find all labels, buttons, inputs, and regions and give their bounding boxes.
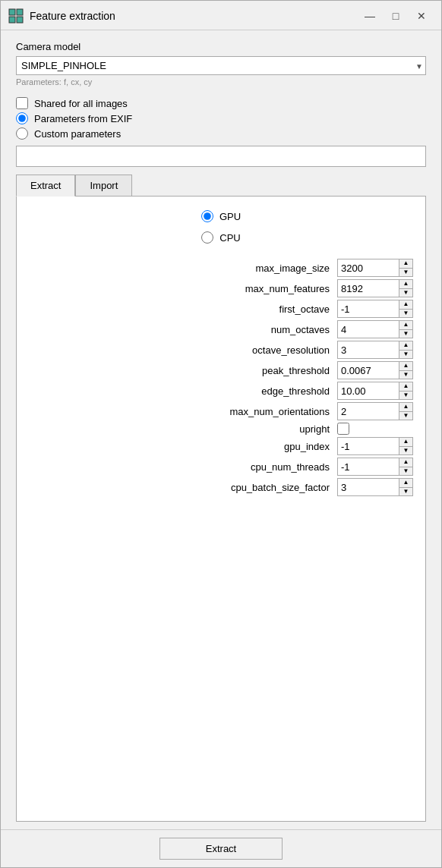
window-title: Feature extraction [30, 10, 352, 22]
tab-content-extract: GPU CPU max_image_size▲▼max_num_features… [16, 197, 426, 822]
window-controls: — □ ✕ [358, 7, 434, 25]
main-window: Feature extraction — □ ✕ Camera model SI… [0, 0, 442, 868]
param-label-first_octave: first_octave [29, 303, 333, 315]
spinbox-up-cpu_num_threads[interactable]: ▲ [399, 458, 412, 467]
param-label-cpu_batch_size_factor: cpu_batch_size_factor [29, 482, 333, 493]
title-bar: Feature extraction — □ ✕ [1, 1, 441, 30]
custom-params-label[interactable]: Custom parameters [34, 128, 121, 140]
param-label-max_image_size: max_image_size [29, 263, 333, 274]
spinbox-cpu_num_threads: ▲▼ [337, 458, 413, 476]
spinbox-input-octave_resolution[interactable] [338, 341, 399, 358]
cpu-radio[interactable] [201, 231, 213, 244]
cpu-label[interactable]: CPU [219, 232, 240, 244]
spinbox-up-octave_resolution[interactable]: ▲ [399, 341, 412, 351]
spinbox-input-first_octave[interactable] [338, 300, 399, 317]
param-label-cpu_num_threads: cpu_num_threads [29, 461, 333, 473]
spinbox-up-max_num_orientations[interactable]: ▲ [399, 403, 412, 412]
upright-checkbox[interactable] [337, 423, 349, 435]
spinbox-up-first_octave[interactable]: ▲ [399, 300, 412, 310]
params-exif-radio[interactable] [16, 112, 28, 124]
svg-rect-2 [9, 17, 15, 23]
spinbox-input-max_num_features[interactable] [338, 280, 399, 297]
spinbox-up-max_num_features[interactable]: ▲ [399, 280, 412, 289]
camera-model-section: Camera model SIMPLE_PINHOLEPINHOLESIMPLE… [16, 41, 426, 86]
spinbox-max_image_size: ▲▼ [337, 259, 413, 277]
custom-params-input[interactable] [16, 146, 426, 167]
spinbox-input-num_octaves[interactable] [338, 321, 399, 338]
maximize-button[interactable]: □ [384, 7, 408, 25]
app-icon [8, 8, 24, 24]
spinbox-down-peak_threshold[interactable]: ▼ [399, 371, 412, 379]
spinbox-gpu_index: ▲▼ [337, 437, 413, 455]
main-content: Camera model SIMPLE_PINHOLEPINHOLESIMPLE… [1, 30, 441, 829]
spinbox-input-peak_threshold[interactable] [338, 362, 399, 379]
params-hint: Parameters: f, cx, cy [16, 77, 426, 86]
extract-button[interactable]: Extract [159, 838, 283, 860]
params-grid: max_image_size▲▼max_num_features▲▼first_… [29, 259, 413, 496]
shared-images-section: Shared for all images Parameters from EX… [16, 94, 426, 167]
spinbox-up-max_image_size[interactable]: ▲ [399, 259, 412, 269]
spinbox-input-cpu_num_threads[interactable] [338, 458, 399, 475]
svg-rect-0 [9, 9, 15, 15]
spinbox-down-octave_resolution[interactable]: ▼ [399, 351, 412, 359]
spinbox-up-peak_threshold[interactable]: ▲ [399, 362, 412, 371]
spinbox-up-gpu_index[interactable]: ▲ [399, 438, 412, 447]
param-label-max_num_orientations: max_num_orientations [29, 406, 333, 417]
spinbox-down-num_octaves[interactable]: ▼ [399, 330, 412, 338]
gpu-label[interactable]: GPU [219, 211, 241, 222]
shared-all-images-checkbox[interactable] [16, 97, 28, 109]
tab-extract[interactable]: Extract [16, 175, 75, 197]
svg-rect-3 [17, 17, 23, 23]
spinbox-input-cpu_batch_size_factor[interactable] [338, 479, 399, 495]
spinbox-up-num_octaves[interactable]: ▲ [399, 321, 412, 330]
spinbox-down-cpu_batch_size_factor[interactable]: ▼ [399, 488, 412, 496]
param-label-edge_threshold: edge_threshold [29, 385, 333, 397]
spinbox-octave_resolution: ▲▼ [337, 341, 413, 359]
spinbox-max_num_orientations: ▲▼ [337, 402, 413, 420]
processing-unit-group: GPU CPU [29, 207, 413, 247]
param-label-peak_threshold: peak_threshold [29, 365, 333, 376]
custom-params-radio[interactable] [16, 127, 28, 140]
spinbox-peak_threshold: ▲▼ [337, 361, 413, 379]
camera-model-dropdown-container: SIMPLE_PINHOLEPINHOLESIMPLE_RADIALRADIAL… [16, 56, 426, 75]
spinbox-num_octaves: ▲▼ [337, 320, 413, 338]
close-button[interactable]: ✕ [409, 7, 434, 25]
spinbox-down-max_num_features[interactable]: ▼ [399, 289, 412, 297]
spinbox-down-max_image_size[interactable]: ▼ [399, 269, 412, 277]
gpu-radio-row: GPU [201, 210, 241, 222]
tab-import[interactable]: Import [75, 175, 132, 197]
gpu-radio[interactable] [201, 210, 213, 222]
spinbox-up-cpu_batch_size_factor[interactable]: ▲ [399, 479, 412, 488]
spinbox-down-edge_threshold[interactable]: ▼ [399, 392, 412, 400]
param-label-octave_resolution: octave_resolution [29, 344, 333, 356]
upright-label: upright [29, 423, 333, 435]
upright-value-container [337, 423, 413, 435]
spinbox-down-max_num_orientations[interactable]: ▼ [399, 412, 412, 420]
spinbox-first_octave: ▲▼ [337, 300, 413, 318]
camera-model-label: Camera model [16, 41, 426, 52]
spinbox-down-gpu_index[interactable]: ▼ [399, 447, 412, 455]
svg-rect-1 [17, 9, 23, 15]
footer: Extract [1, 829, 441, 867]
spinbox-edge_threshold: ▲▼ [337, 382, 413, 400]
shared-all-images-label[interactable]: Shared for all images [34, 98, 128, 109]
spinbox-input-max_num_orientations[interactable] [338, 403, 399, 420]
cpu-radio-row: CPU [201, 231, 240, 244]
spinbox-input-max_image_size[interactable] [338, 259, 399, 276]
shared-all-images-row: Shared for all images [16, 97, 426, 109]
param-label-gpu_index: gpu_index [29, 441, 333, 452]
spinbox-down-first_octave[interactable]: ▼ [399, 310, 412, 318]
spinbox-cpu_batch_size_factor: ▲▼ [337, 478, 413, 496]
spinbox-up-edge_threshold[interactable]: ▲ [399, 382, 412, 392]
spinbox-input-edge_threshold[interactable] [338, 382, 399, 399]
params-exif-row: Parameters from EXIF [16, 112, 426, 124]
params-exif-label[interactable]: Parameters from EXIF [34, 113, 132, 124]
tabs-container: Extract Import GPU CPU [16, 175, 426, 822]
param-label-num_octaves: num_octaves [29, 324, 333, 335]
tab-bar: Extract Import [16, 175, 426, 197]
camera-model-select[interactable]: SIMPLE_PINHOLEPINHOLESIMPLE_RADIALRADIAL… [16, 56, 426, 75]
spinbox-input-gpu_index[interactable] [338, 438, 399, 454]
minimize-button[interactable]: — [358, 7, 382, 25]
param-label-max_num_features: max_num_features [29, 283, 333, 294]
spinbox-down-cpu_num_threads[interactable]: ▼ [399, 467, 412, 476]
